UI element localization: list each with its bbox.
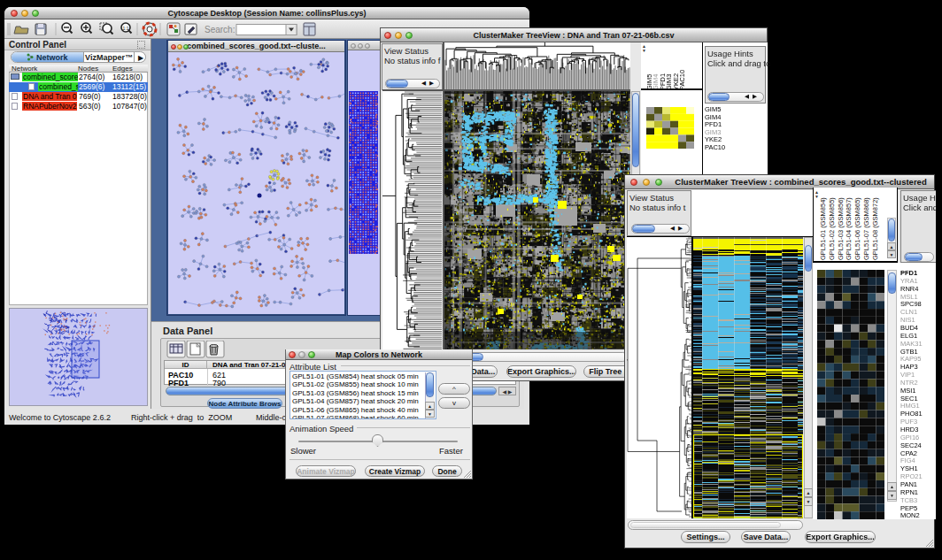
svg-text:1:1: 1:1 [123,26,129,31]
svg-text:Search:: Search: [205,25,235,35]
